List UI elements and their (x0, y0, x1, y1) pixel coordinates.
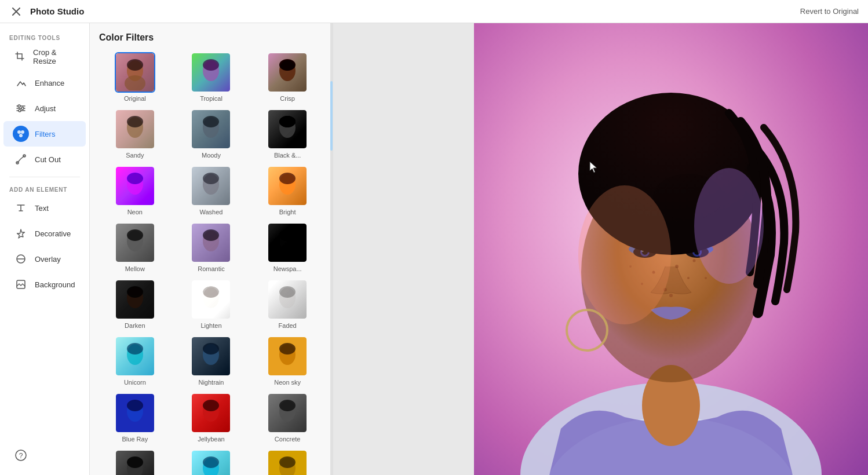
filter-label-black: Black &... (274, 152, 301, 159)
filter-thumb-bright[interactable] (267, 166, 308, 206)
svg-text:?: ? (19, 452, 23, 460)
filter-thumb-faded[interactable] (267, 279, 308, 320)
filter-item-neonsky[interactable]: Neon sky (251, 336, 323, 386)
filter-label-jellybean: Jellybean (198, 436, 224, 443)
svg-point-34 (203, 173, 219, 184)
filter-item-black[interactable]: Black &... (251, 109, 323, 159)
svg-point-28 (203, 116, 219, 127)
filter-item-original[interactable]: Original (99, 52, 171, 102)
svg-point-54 (279, 343, 296, 355)
scrollbar-thumb[interactable] (330, 81, 333, 151)
sidebar-item-decorative[interactable]: Decorative (3, 221, 86, 246)
svg-point-50 (127, 343, 143, 355)
help-button[interactable]: ? (3, 443, 86, 468)
filter-item-mellow[interactable]: Mellow (99, 222, 171, 272)
svg-point-38 (127, 229, 143, 241)
filter-thumb-newspaper[interactable] (267, 222, 308, 263)
filter-thumb-crisp[interactable] (267, 52, 308, 93)
decorative-icon (13, 225, 29, 242)
sidebar-item-filters[interactable]: Filters (3, 121, 86, 147)
filter-item-unicorn[interactable]: Unicorn (99, 336, 171, 386)
sidebar-item-text[interactable]: Text (3, 195, 86, 221)
filter-item-moody[interactable]: Moody (176, 109, 247, 159)
filter-thumb-tropical[interactable] (191, 52, 231, 93)
svg-point-30 (279, 116, 296, 127)
filters-title: Color Filters (99, 32, 323, 43)
svg-point-83 (705, 277, 707, 279)
filter-item-faded[interactable]: Faded (251, 279, 323, 329)
filter-thumb-black[interactable] (267, 109, 308, 149)
svg-point-7 (19, 109, 21, 112)
filter-item-lighten[interactable]: Lighten (176, 279, 247, 329)
filter-thumb-washed[interactable] (191, 166, 231, 206)
filter-item-nightrain[interactable]: Nightrain (176, 336, 247, 386)
sidebar-item-crop[interactable]: Crop & Resize (3, 43, 86, 70)
svg-point-52 (203, 343, 219, 355)
svg-point-48 (279, 286, 296, 298)
svg-point-19 (127, 59, 143, 71)
sidebar-item-overlay[interactable]: Overlay (3, 246, 86, 272)
filter-label-crisp: Crisp (280, 95, 295, 102)
filter-item-washed[interactable]: Washed (176, 166, 247, 215)
filter-item-bright[interactable]: Bright (251, 166, 323, 215)
filter-label-unicorn: Unicorn (124, 379, 146, 386)
sidebar-item-enhance[interactable]: Enhance (3, 70, 86, 96)
filter-item-tropical[interactable]: Tropical (176, 52, 247, 102)
filter-thumb-r1[interactable] (115, 450, 155, 475)
filter-thumb-sandy[interactable] (115, 109, 155, 149)
filter-label-darken: Darken (125, 322, 145, 329)
filter-label-lighten: Lighten (200, 322, 221, 329)
divider (9, 177, 80, 177)
filter-label-original: Original (124, 95, 146, 102)
photo-display (474, 23, 868, 475)
filter-thumb-jellybean[interactable] (191, 393, 231, 433)
filter-item-r1[interactable] (99, 450, 171, 475)
filter-thumb-concrete[interactable] (267, 393, 308, 433)
sidebar-item-background[interactable]: Background (3, 272, 86, 297)
cutout-icon (13, 151, 29, 167)
sidebar-item-filters-label: Filters (35, 130, 55, 138)
filter-item-sandy[interactable]: Sandy (99, 109, 171, 159)
filter-thumb-blueray[interactable] (115, 393, 155, 433)
filter-item-r3[interactable] (251, 450, 323, 475)
filter-item-jellybean[interactable]: Jellybean (176, 393, 247, 443)
filter-item-blueray[interactable]: Blue Ray (99, 393, 171, 443)
svg-point-80 (693, 260, 696, 262)
filter-thumb-moody[interactable] (191, 109, 231, 149)
svg-point-20 (125, 75, 145, 90)
filter-item-concrete[interactable]: Concrete (251, 393, 323, 443)
filters-icon (13, 126, 29, 142)
revert-button[interactable]: Revert to Original (800, 7, 859, 16)
filter-thumb-romantic[interactable] (191, 222, 231, 263)
scrollbar-track (330, 23, 333, 475)
filter-thumb-nightrain[interactable] (191, 336, 231, 377)
filters-panel-inner: Color Filters Original (90, 23, 333, 475)
sidebar-item-overlay-label: Overlay (35, 255, 61, 264)
filter-item-romantic[interactable]: Romantic (176, 222, 247, 272)
sidebar-item-cutout[interactable]: Cut Out (3, 147, 86, 172)
svg-point-58 (203, 400, 219, 411)
filter-thumb-r2[interactable] (191, 450, 231, 475)
svg-point-8 (17, 130, 21, 134)
sidebar-item-text-label: Text (35, 204, 49, 213)
svg-point-98 (694, 168, 764, 284)
svg-point-46 (203, 286, 219, 298)
filter-thumb-neonsky[interactable] (267, 336, 308, 377)
sidebar-item-enhance-label: Enhance (35, 79, 64, 87)
filter-item-crisp[interactable]: Crisp (251, 52, 323, 102)
svg-point-82 (669, 294, 673, 297)
filter-thumb-neon[interactable] (115, 166, 155, 206)
close-button[interactable] (9, 5, 23, 19)
filter-thumb-mellow[interactable] (115, 222, 155, 263)
filter-item-neon[interactable]: Neon (99, 166, 171, 215)
filter-thumb-r3[interactable] (267, 450, 308, 475)
filter-item-r2[interactable] (176, 450, 247, 475)
sidebar-item-adjust[interactable]: Adjust (3, 96, 86, 121)
filter-thumb-unicorn[interactable] (115, 336, 155, 377)
filter-item-darken[interactable]: Darken (99, 279, 171, 329)
filter-item-newspaper[interactable]: Newspa... (251, 222, 323, 272)
filter-thumb-original[interactable] (115, 52, 155, 93)
filter-thumb-darken[interactable] (115, 279, 155, 320)
filter-thumb-lighten[interactable] (191, 279, 231, 320)
editing-tools-label: EDITING TOOLS (0, 30, 89, 43)
